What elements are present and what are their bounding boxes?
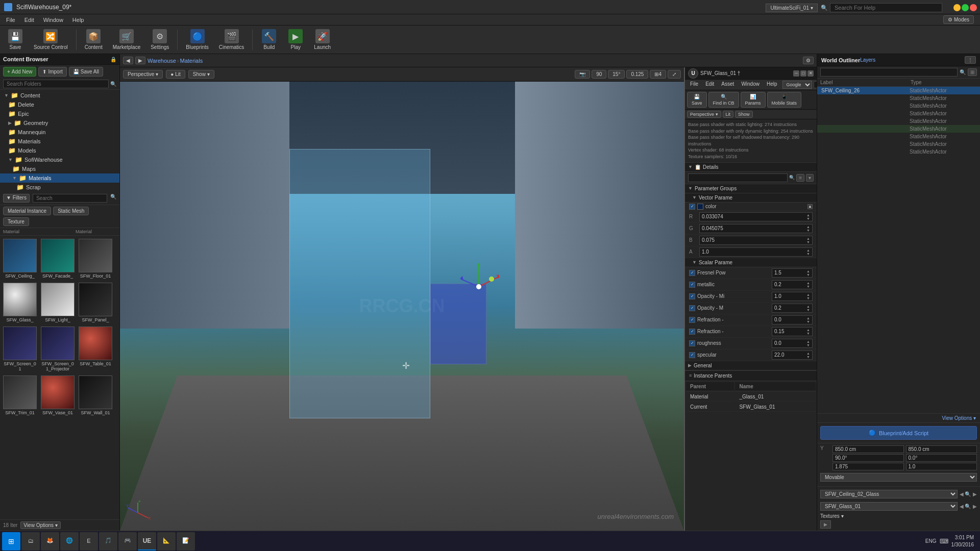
y-pos-input[interactable] bbox=[832, 445, 904, 453]
mat-slot-1-select[interactable]: SFW_Ceiling_02_Glass bbox=[820, 490, 958, 498]
tree-item-geometry[interactable]: ▶ 📁 Geometry bbox=[0, 118, 119, 128]
param-groups-header[interactable]: ▼ Parameter Groups bbox=[685, 184, 817, 193]
breadcrumb-warehouse[interactable]: Warehouse bbox=[148, 58, 176, 64]
asset-sfw-floor[interactable]: SFW_Floor_01 bbox=[78, 238, 113, 280]
content-btn[interactable]: 📦 Content bbox=[81, 27, 107, 52]
asset-sfw-light[interactable]: SFW_Light_ bbox=[40, 282, 76, 323]
specular-value[interactable]: 22.0 ▲▼ bbox=[772, 350, 813, 360]
search-help-input[interactable] bbox=[830, 3, 942, 12]
y-pos-input2[interactable] bbox=[906, 445, 977, 453]
vp-fov-btn[interactable]: 90 bbox=[592, 70, 606, 79]
mat-save-btn[interactable]: 💾 Save bbox=[687, 92, 707, 108]
outliner-view-btn[interactable]: ⊞ bbox=[968, 68, 977, 76]
instance-header[interactable]: ≡ Instance Parents bbox=[685, 371, 817, 381]
instance-row-1[interactable]: Material _Glass_01 bbox=[686, 392, 816, 402]
vp-show-grid-btn[interactable]: 15° bbox=[608, 70, 625, 79]
mat-vp-show-btn[interactable]: Show bbox=[735, 111, 753, 118]
nav-forward-btn[interactable]: ▶ bbox=[135, 57, 145, 64]
outliner-row-5[interactable]: StaticMeshActor bbox=[817, 117, 980, 125]
modes-btn[interactable]: ⚙Modes bbox=[943, 15, 974, 24]
scalar-params-header[interactable]: ▼ Scalar Parame bbox=[685, 258, 817, 267]
outliner-row-9[interactable]: StaticMeshActor bbox=[817, 148, 980, 156]
general-header[interactable]: ▶ General bbox=[685, 361, 817, 370]
close-btn[interactable] bbox=[970, 4, 977, 11]
fresnel-value[interactable]: 1.5 ▲▼ bbox=[772, 268, 813, 278]
filter-search-input[interactable] bbox=[33, 194, 107, 203]
mat-slot-1-nav[interactable]: ◀ 🔍 bbox=[960, 491, 971, 497]
marketplace-btn[interactable]: 🛒 Marketplace bbox=[109, 27, 144, 52]
g-value[interactable]: 0.045075 ▲▼ bbox=[699, 224, 813, 233]
param-view-btn[interactable]: ≡ bbox=[796, 174, 804, 182]
mat-menu-asset[interactable]: Asset bbox=[718, 81, 737, 89]
mat-slot-2-nav[interactable]: ◀ 🔍 bbox=[960, 504, 971, 509]
engine-selector[interactable]: UltimateSciFi_01 ▾ bbox=[766, 4, 818, 12]
outliner-row-6[interactable]: StaticMeshActor bbox=[817, 125, 980, 133]
outliner-options-btn[interactable]: ⋮ bbox=[965, 56, 976, 64]
mat-vp-perspective-btn[interactable]: Perspective ▾ bbox=[687, 111, 721, 118]
import-btn[interactable]: ⬆Import bbox=[38, 67, 66, 77]
menu-edit[interactable]: Edit bbox=[20, 16, 38, 24]
vp-maximize-btn[interactable]: ⤢ bbox=[668, 70, 681, 79]
tree-item-content[interactable]: ▼ 📁 Content bbox=[0, 91, 119, 100]
mat-google-select[interactable]: Google bbox=[782, 81, 812, 89]
param-options-btn[interactable]: ▾ bbox=[806, 174, 814, 182]
mat-slot-2-expand[interactable]: ▶ bbox=[973, 504, 977, 509]
outliner-search-input[interactable] bbox=[820, 68, 958, 77]
asset-sfw-table[interactable]: SFW_Table_01 bbox=[78, 325, 113, 372]
roughness-check[interactable]: ✓ bbox=[689, 340, 695, 346]
mat-menu-file[interactable]: File bbox=[687, 81, 701, 89]
transform-gizmo[interactable] bbox=[458, 261, 499, 308]
opacity-m-value[interactable]: 0.2 ▲▼ bbox=[772, 304, 813, 313]
tree-item-mannequin[interactable]: 📁 Mannequin bbox=[0, 128, 119, 137]
mat-params-btn[interactable]: 📊 Params bbox=[741, 92, 766, 108]
opacity-m-check[interactable]: ✓ bbox=[689, 305, 695, 311]
tree-item-scrap[interactable]: 📁 Scrap bbox=[0, 183, 119, 192]
metallic-check[interactable]: ✓ bbox=[689, 282, 695, 288]
mat-menu-window[interactable]: Window bbox=[738, 81, 763, 89]
add-new-btn[interactable]: +Add New bbox=[3, 67, 36, 77]
mat-mobile-stats-btn[interactable]: 📱 Mobile Stats bbox=[767, 92, 802, 108]
taskbar-firefox[interactable]: 🦊 bbox=[41, 532, 59, 550]
save-all-btn[interactable]: 💾Save All bbox=[69, 67, 103, 77]
filters-btn[interactable]: ▼ Filters bbox=[3, 194, 30, 203]
mat-win-max[interactable]: □ bbox=[800, 70, 806, 77]
tree-item-materials[interactable]: 📁 Materials bbox=[0, 137, 119, 146]
filter-static-mesh[interactable]: Static Mesh bbox=[53, 207, 89, 215]
blueprint-add-script-btn[interactable]: 🔵 Blueprint/Add Script bbox=[820, 426, 977, 440]
outliner-row-8[interactable]: StaticMeshActor bbox=[817, 140, 980, 148]
save-btn[interactable]: 💾 Save bbox=[3, 27, 28, 52]
show-btn[interactable]: Show ▾ bbox=[188, 70, 214, 79]
tree-item-delete[interactable]: 📁 Delete bbox=[0, 100, 119, 109]
scale-x-input[interactable] bbox=[832, 463, 904, 470]
outliner-row-ceiling[interactable]: SFW_Ceiling_26 StaticMeshActor bbox=[817, 87, 980, 94]
launch-btn[interactable]: 🚀 Launch bbox=[310, 27, 335, 52]
start-btn[interactable]: ⊞ bbox=[2, 532, 20, 550]
scale-y-input[interactable] bbox=[906, 463, 977, 470]
lit-btn[interactable]: ● Lit bbox=[166, 70, 185, 79]
viewport-type-btn[interactable]: Perspective ▾ bbox=[123, 70, 163, 79]
opacity-mi-check[interactable]: ✓ bbox=[689, 293, 695, 299]
r-value[interactable]: 0.033074 ▲▼ bbox=[699, 212, 813, 221]
taskbar-media[interactable]: 🎵 bbox=[99, 532, 117, 550]
minimize-btn[interactable] bbox=[953, 4, 961, 11]
fresnel-check[interactable]: ✓ bbox=[689, 270, 695, 276]
taskbar-fileexplorer[interactable]: 🗂 bbox=[21, 532, 40, 550]
opacity-mi-value[interactable]: 1.0 ▲▼ bbox=[772, 292, 813, 301]
play-btn[interactable]: ▶ Play bbox=[283, 27, 308, 52]
asset-sfw-trim[interactable]: SFW_Trim_01 bbox=[2, 374, 38, 416]
source-control-btn[interactable]: 🔀 Source Control bbox=[30, 27, 72, 52]
a-value[interactable]: 1.0 ▲▼ bbox=[699, 247, 813, 257]
slot-extra-btn[interactable]: ▶ bbox=[820, 520, 831, 529]
breadcrumb-materials[interactable]: Materials bbox=[180, 58, 203, 64]
maximize-btn[interactable] bbox=[962, 4, 969, 11]
tree-item-maps[interactable]: 📁 Maps bbox=[0, 164, 119, 173]
mat-slot-2-select[interactable]: SFW_Glass_01 bbox=[820, 502, 958, 511]
outliner-row-7[interactable]: StaticMeshActor bbox=[817, 133, 980, 140]
mat-search-help[interactable] bbox=[814, 81, 817, 88]
color-group-check[interactable]: ✓ bbox=[689, 204, 695, 210]
rot-y-input[interactable] bbox=[906, 454, 977, 462]
tree-item-epic[interactable]: 📁 Epic bbox=[0, 109, 119, 118]
asset-sfw-facade[interactable]: SFW_Facade_ bbox=[40, 238, 76, 280]
vp-snap-btn[interactable]: 0.125 bbox=[626, 70, 648, 79]
taskbar-app2[interactable]: 📐 bbox=[157, 532, 176, 550]
